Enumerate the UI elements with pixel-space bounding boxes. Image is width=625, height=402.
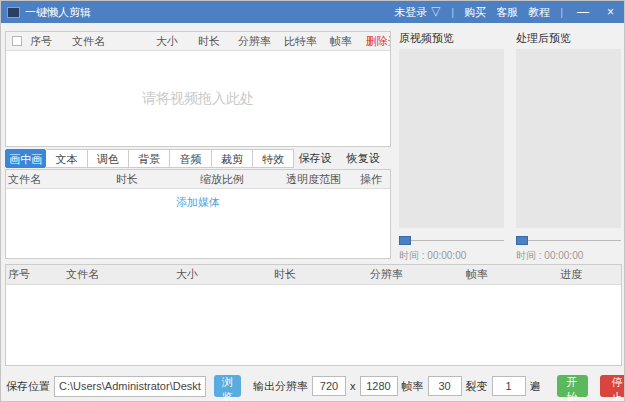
restore-settings-button[interactable]: 恢复设置 bbox=[343, 149, 391, 168]
close-button[interactable]: × bbox=[603, 5, 618, 19]
pip-media-table-header: 文件名 时长 缩放比例 透明度范围 操作 bbox=[6, 170, 390, 189]
login-status[interactable]: 未登录 ▽ bbox=[394, 5, 441, 20]
column-header-size: 大小 bbox=[154, 34, 196, 49]
slider-track bbox=[516, 240, 621, 241]
column-header-progress: 进度 bbox=[558, 267, 621, 282]
processed-preview-label: 处理后预览 bbox=[516, 31, 621, 47]
stop-button[interactable]: 停止 bbox=[600, 375, 625, 397]
save-location-input[interactable] bbox=[54, 376, 206, 397]
drop-zone-hint: 请将视频拖入此处 bbox=[142, 90, 254, 108]
fission-count-input[interactable] bbox=[492, 376, 526, 396]
framerate-label: 帧率 bbox=[402, 379, 424, 394]
save-location-label: 保存位置 bbox=[6, 379, 50, 394]
output-height-input[interactable] bbox=[360, 376, 398, 396]
column-header-index: 序号 bbox=[28, 34, 70, 49]
tab-text[interactable]: 文本 bbox=[46, 149, 87, 168]
select-all-cell bbox=[6, 36, 28, 46]
processed-preview-screen bbox=[516, 49, 621, 228]
source-file-table-header: 序号 文件名 大小 时长 分辨率 比特率 帧率 删除选中 bbox=[6, 32, 390, 51]
slider-handle[interactable] bbox=[399, 236, 411, 245]
slider-handle[interactable] bbox=[516, 236, 528, 245]
column-header-scale: 缩放比例 bbox=[198, 172, 284, 187]
app-title: 一键懒人剪辑 bbox=[25, 5, 91, 20]
preview-area: 原视频预览 时间 : 00:00:00 处理后预览 时间 : 00:00:00 bbox=[399, 31, 621, 263]
column-header-filename: 文件名 bbox=[64, 267, 174, 282]
tab-crop[interactable]: 裁剪 bbox=[212, 149, 253, 168]
source-file-table: 序号 文件名 大小 时长 分辨率 比特率 帧率 删除选中 请将视频拖入此处 bbox=[5, 31, 391, 147]
bottom-bar: 保存位置 浏览 输出分辨率 x 帧率 裂变 遍 开始剪辑 停止 bbox=[1, 369, 625, 402]
menu-item-tutorial[interactable]: 教程 bbox=[528, 5, 550, 20]
column-header-size: 大小 bbox=[174, 267, 272, 282]
titlebar-menu: 未登录 ▽ | 购买 客服 教程 | — × bbox=[394, 5, 618, 20]
original-preview: 原视频预览 时间 : 00:00:00 bbox=[399, 31, 504, 263]
tab-effects[interactable]: 特效 bbox=[253, 149, 294, 168]
select-all-checkbox[interactable] bbox=[12, 36, 22, 46]
column-header-bitrate: 比特率 bbox=[282, 34, 328, 49]
delete-selected-button[interactable]: 删除选中 bbox=[364, 34, 390, 49]
titlebar-divider: | bbox=[451, 6, 454, 18]
resolution-times-symbol: x bbox=[350, 380, 356, 392]
slider-track bbox=[399, 240, 504, 241]
column-header-index: 序号 bbox=[6, 267, 64, 282]
app-icon bbox=[7, 7, 20, 18]
framerate-input[interactable] bbox=[428, 376, 462, 396]
column-header-duration: 时长 bbox=[114, 172, 198, 187]
original-preview-screen bbox=[399, 49, 504, 228]
minimize-button[interactable]: — bbox=[573, 5, 593, 19]
column-header-resolution: 分辨率 bbox=[368, 267, 464, 282]
menu-item-buy[interactable]: 购买 bbox=[464, 5, 486, 20]
column-header-filename: 文件名 bbox=[6, 172, 114, 187]
tab-color-grading[interactable]: 调色 bbox=[88, 149, 129, 168]
titlebar-divider: | bbox=[560, 6, 563, 18]
column-header-filename: 文件名 bbox=[70, 34, 154, 49]
fission-unit-label: 遍 bbox=[530, 379, 541, 394]
processed-preview: 处理后预览 时间 : 00:00:00 bbox=[516, 31, 621, 263]
column-header-resolution: 分辨率 bbox=[236, 34, 282, 49]
save-settings-button[interactable]: 保存设置 bbox=[294, 149, 342, 168]
task-table-header: 序号 文件名 大小 时长 分辨率 帧率 进度 bbox=[6, 265, 621, 285]
login-status-label: 未登录 bbox=[394, 6, 427, 18]
processed-time-label: 时间 : 00:00:00 bbox=[516, 249, 621, 263]
effect-tabs: 画中画 文本 调色 背景 音频 裁剪 特效 保存设置 恢复设置 bbox=[5, 148, 391, 168]
column-header-framerate: 帧率 bbox=[328, 34, 364, 49]
start-editing-button[interactable]: 开始剪辑 bbox=[557, 375, 588, 397]
browse-button[interactable]: 浏览 bbox=[214, 375, 241, 397]
original-preview-slider[interactable] bbox=[399, 235, 504, 247]
task-progress-table: 序号 文件名 大小 时长 分辨率 帧率 进度 bbox=[5, 264, 622, 366]
app-window: 一键懒人剪辑 未登录 ▽ | 购买 客服 教程 | — × 序号 文件名 大小 … bbox=[0, 0, 625, 402]
add-media-link[interactable]: 添加媒体 bbox=[6, 195, 390, 210]
column-header-framerate: 帧率 bbox=[464, 267, 558, 282]
column-header-opacity-range: 透明度范围 bbox=[284, 172, 352, 187]
tab-audio[interactable]: 音频 bbox=[170, 149, 211, 168]
video-drop-zone[interactable]: 请将视频拖入此处 bbox=[6, 51, 390, 146]
tab-picture-in-picture[interactable]: 画中画 bbox=[5, 149, 46, 168]
column-header-duration: 时长 bbox=[272, 267, 368, 282]
output-resolution-label: 输出分辨率 bbox=[253, 379, 308, 394]
original-time-label: 时间 : 00:00:00 bbox=[399, 249, 504, 263]
column-header-duration: 时长 bbox=[196, 34, 236, 49]
fission-label: 裂变 bbox=[466, 379, 488, 394]
original-preview-label: 原视频预览 bbox=[399, 31, 504, 47]
tab-background[interactable]: 背景 bbox=[129, 149, 170, 168]
pip-media-table: 文件名 时长 缩放比例 透明度范围 操作 添加媒体 bbox=[5, 169, 391, 259]
column-header-actions: 操作 bbox=[352, 172, 390, 187]
login-dropdown-icon: ▽ bbox=[430, 6, 441, 18]
menu-item-support[interactable]: 客服 bbox=[496, 5, 518, 20]
output-width-input[interactable] bbox=[312, 376, 346, 396]
titlebar: 一键懒人剪辑 未登录 ▽ | 购买 客服 教程 | — × bbox=[1, 1, 624, 23]
processed-preview-slider[interactable] bbox=[516, 235, 621, 247]
